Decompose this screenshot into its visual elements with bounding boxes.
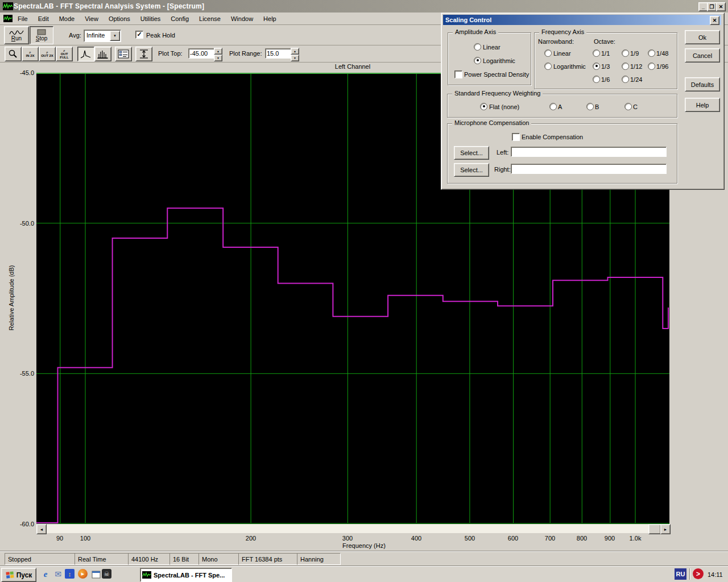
- language-indicator[interactable]: RU: [675, 568, 686, 580]
- status-fft-size: FFT 16384 pts: [238, 553, 298, 565]
- bar-plot-mode-button[interactable]: [94, 47, 111, 61]
- menu-edit[interactable]: Edit: [33, 14, 54, 24]
- menu-utilities[interactable]: Utilities: [135, 14, 166, 24]
- plot-top-spin-down[interactable]: ▼: [214, 55, 222, 61]
- octave-1-96-radio[interactable]: [648, 63, 655, 70]
- octave-1-12-label[interactable]: 1/12: [630, 63, 642, 70]
- weighting-flat-radio[interactable]: [480, 103, 487, 110]
- freq-logarithmic-label[interactable]: Logarithmic: [553, 63, 586, 70]
- right-file-input[interactable]: [511, 164, 667, 174]
- octave-1-48-radio[interactable]: [648, 49, 655, 57]
- tray-app-icon[interactable]: >: [693, 568, 704, 579]
- zoom-in-2x-button[interactable]: ⌕IN 2X: [22, 47, 39, 61]
- amplitude-range-button[interactable]: [135, 47, 152, 61]
- display-options-button[interactable]: [115, 47, 132, 61]
- ok-button[interactable]: Ok: [685, 30, 720, 44]
- weighting-b-label[interactable]: B: [595, 103, 599, 110]
- select-right-button[interactable]: Select...: [454, 163, 489, 177]
- dialog-titlebar[interactable]: Scaling Control ✕: [443, 15, 721, 25]
- task-button-label: SpectraLAB - FFT Spe...: [154, 572, 225, 579]
- scrollbar-thumb[interactable]: [648, 524, 661, 534]
- menu-mode[interactable]: Mode: [54, 14, 80, 24]
- amplitude-linear-radio[interactable]: [474, 43, 481, 51]
- octave-1-9-radio[interactable]: [622, 49, 629, 57]
- weighting-a-radio[interactable]: [549, 103, 557, 110]
- weighting-c-radio[interactable]: [624, 103, 632, 110]
- dialog-close-button[interactable]: ✕: [710, 16, 719, 25]
- downloader-quicklaunch-icon[interactable]: ↕: [65, 569, 75, 579]
- octave-1-6-radio[interactable]: [593, 76, 600, 83]
- octave-1-3-label[interactable]: 1/3: [601, 63, 610, 70]
- menu-license[interactable]: License: [194, 14, 226, 24]
- status-bit-depth: 16 Bit: [169, 553, 200, 565]
- amplitude-logarithmic-radio[interactable]: [474, 57, 481, 64]
- weighting-a-label[interactable]: A: [558, 103, 562, 110]
- close-button[interactable]: ✕: [716, 2, 726, 11]
- amplitude-logarithmic-label[interactable]: Logarithmic: [483, 57, 515, 64]
- spin-down-icon: ▼: [217, 56, 220, 60]
- cancel-button[interactable]: Cancel: [685, 48, 720, 63]
- psd-checkbox[interactable]: ✓: [454, 70, 462, 78]
- menu-config[interactable]: Config: [166, 14, 194, 24]
- skull-quicklaunch-icon[interactable]: ☠: [102, 569, 111, 579]
- plot-range-spin-up[interactable]: ▲: [291, 48, 299, 55]
- menu-view[interactable]: View: [80, 14, 104, 24]
- plot-hscrollbar[interactable]: ◄ ►: [36, 524, 669, 533]
- plot-range-spin-down[interactable]: ▼: [291, 55, 299, 61]
- start-button[interactable]: Пуск: [1, 568, 36, 582]
- scroll-right-button[interactable]: ►: [660, 524, 671, 534]
- plot-top-input[interactable]: [188, 48, 214, 59]
- menu-file[interactable]: File: [13, 14, 33, 24]
- avg-combobox[interactable]: Infinite ▼: [84, 30, 121, 42]
- octave-1-1-label[interactable]: 1/1: [601, 50, 610, 57]
- octave-1-48-label[interactable]: 1/48: [656, 50, 668, 57]
- peak-hold-checkbox[interactable]: ✓: [135, 31, 143, 39]
- avg-dropdown-button[interactable]: ▼: [110, 31, 120, 41]
- octave-1-96-label[interactable]: 1/96: [656, 63, 668, 70]
- defaults-button[interactable]: Defaults: [685, 77, 720, 92]
- left-file-input[interactable]: [511, 147, 667, 157]
- octave-1-6-label[interactable]: 1/6: [601, 76, 610, 83]
- plot-top-spin-up[interactable]: ▲: [214, 48, 222, 55]
- mail-quicklaunch-icon[interactable]: ✉: [52, 568, 64, 580]
- enable-compensation-checkbox[interactable]: ✓: [512, 133, 520, 141]
- octave-1-12-radio[interactable]: [622, 63, 629, 70]
- line-plot-mode-button[interactable]: [77, 47, 94, 61]
- y-tick--60: -60.0: [11, 521, 34, 527]
- menu-window[interactable]: Window: [226, 14, 258, 24]
- freq-linear-radio[interactable]: [544, 49, 552, 57]
- octave-1-24-label[interactable]: 1/24: [630, 76, 642, 83]
- octave-1-1-radio[interactable]: [593, 49, 600, 57]
- freq-linear-label[interactable]: Linear: [553, 50, 571, 57]
- zoom-cursor-button[interactable]: [5, 47, 22, 61]
- spectralab-task-button[interactable]: SpectraLAB - FFT Spe...: [140, 568, 232, 582]
- window-titlebar: SpectraLAB - FFT Spectral Analysis Syste…: [0, 0, 728, 13]
- ie-quicklaunch-icon[interactable]: e: [40, 568, 51, 580]
- zoom-out-full-button[interactable]: ⌕OUT FULL: [56, 47, 73, 61]
- menu-options[interactable]: Options: [104, 14, 135, 24]
- octave-1-24-radio[interactable]: [622, 76, 629, 83]
- scroll-left-button[interactable]: ◄: [36, 524, 47, 534]
- freq-logarithmic-radio[interactable]: [544, 63, 552, 70]
- amplitude-linear-label[interactable]: Linear: [483, 44, 500, 51]
- run-button[interactable]: Run: [4, 26, 29, 44]
- weighting-b-radio[interactable]: [586, 103, 594, 110]
- menu-help[interactable]: Help: [258, 14, 282, 24]
- zoom-out-2x-button[interactable]: ⌕OUT 2X: [39, 47, 56, 61]
- maximize-button[interactable]: ❐: [707, 2, 717, 11]
- weighting-c-label[interactable]: C: [633, 103, 638, 110]
- weighting-flat-label[interactable]: Flat (none): [489, 103, 519, 110]
- zoom-full-icon: ⌕OUT FULL: [56, 49, 72, 59]
- select-left-button[interactable]: Select...: [454, 146, 489, 160]
- octave-1-9-label[interactable]: 1/9: [630, 50, 639, 57]
- x-tick-500: 500: [457, 535, 482, 542]
- help-button[interactable]: Help: [685, 98, 720, 112]
- octave-1-3-radio[interactable]: [593, 63, 600, 70]
- x-tick-90: 90: [47, 535, 72, 542]
- plot-range-input[interactable]: [265, 48, 291, 59]
- psd-label[interactable]: Power Spectral Density: [464, 71, 529, 78]
- enable-compensation-label[interactable]: Enable Compensation: [522, 134, 583, 140]
- show-desktop-quicklaunch-icon[interactable]: [90, 569, 102, 580]
- stop-button[interactable]: Stop: [30, 26, 53, 44]
- media-player-quicklaunch-icon[interactable]: ▶: [78, 569, 88, 579]
